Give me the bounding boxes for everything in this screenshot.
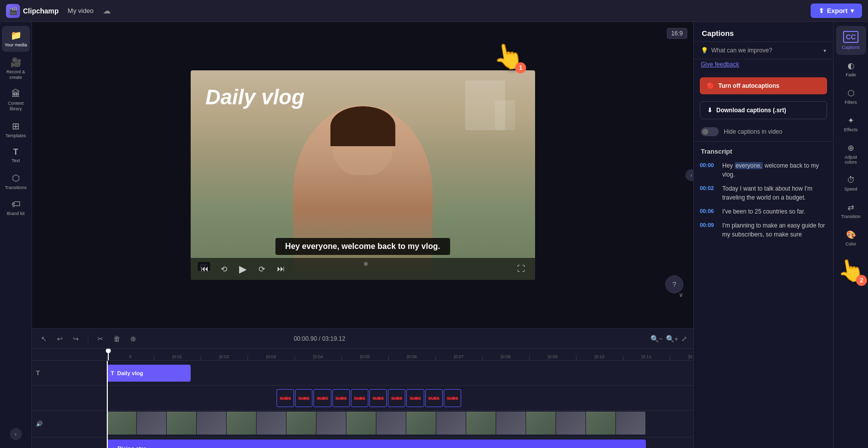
transition-tool-icon: ⇄ [848,203,854,212]
video-thumb [556,412,586,435]
tool-label: Effects [844,127,858,132]
ruler-mark: |0:09 [529,354,576,360]
skip-to-end-button[interactable]: ⏭ [275,262,287,275]
video-thumb [107,412,137,435]
duplicate-button[interactable]: ⊕ [127,333,139,345]
text-clip-icon: T [111,370,114,376]
zoom-in-button[interactable]: 🔍+ [666,335,678,343]
subs-clip[interactable]: SUBS [295,389,312,407]
audio-track-content[interactable]: ♪ Rising star [107,438,693,448]
text-track-row: T T Daily vlog [32,361,693,386]
subs-clip[interactable]: SUBS [388,389,405,407]
ruler-mark: 0 [107,354,154,360]
transcript-entry[interactable]: 00:00 Hey everyone, welcome back to my v… [700,161,827,179]
zoom-out-button[interactable]: 🔍− [650,335,663,343]
your-media-icon: 📁 [10,30,21,41]
player-controls: ⏮ ⟲ ▶ ⟳ ⏭ ⛶ [191,258,535,280]
skip-to-start-button[interactable]: ⏮ [199,262,211,275]
sidebar-item-transitions[interactable]: ⬡ Transitions [2,169,30,195]
transcript-entry[interactable]: 00:09 I'm planning to make an easy guide… [700,221,827,239]
help-button[interactable]: ? [665,275,683,293]
tool-color[interactable]: 🎨 Color [836,225,866,251]
video-thumb [496,412,526,435]
captions-tool-icon: CC [843,31,858,43]
subs-clip[interactable]: SUBS [313,389,331,407]
sidebar-item-label: Templates [5,133,26,139]
filters-tool-icon: ⬡ [848,88,855,98]
transcript-time: 00:00 [700,161,717,179]
cloud-icon: ☁ [103,6,111,15]
subs-clip[interactable]: SUBS [406,389,424,407]
tool-filters[interactable]: ⬡ Filters [836,83,866,110]
sidebar-item-brand-kit[interactable]: 🏷 Brand kit [2,195,30,221]
ruler-mark: |0:03 [248,354,294,360]
subs-clip[interactable]: SUBS [369,389,387,407]
delete-button[interactable]: 🗑 [110,333,123,345]
video-title[interactable]: My video [64,5,98,16]
tool-effects[interactable]: ✦ Effects [836,111,866,137]
video-thumb [616,412,646,435]
cursor-hand-2-area: 👆 2 [837,257,865,283]
subs-clip[interactable]: SUBS [444,389,461,407]
tool-adjust-colors[interactable]: ⊕ Adjustcolors [836,138,866,170]
give-feedback-link[interactable]: Give feedback [701,61,739,68]
sidebar-item-record-create[interactable]: 🎥 Record &create [2,53,30,84]
export-label: Export [827,7,848,14]
sidebar-item-content-library[interactable]: 🏛 Contentlibrary [2,85,30,116]
feedback-row: 💡 What can we improve? ▾ [694,42,833,59]
expand-right-arrow[interactable]: › [685,169,693,181]
text-track-content[interactable]: T Daily vlog [107,361,693,385]
undo-button[interactable]: ↩ [54,333,66,345]
subs-track-content[interactable]: SUBS SUBS SUBS SUBS SUBS SUBS SUBS SUBS … [107,386,693,410]
sidebar-item-your-media[interactable]: 📁 Your media [2,26,30,52]
video-track-content[interactable] [107,411,693,437]
center-area: 16:9 Daily vlog Hey everyone, welcome ba… [32,22,693,448]
turn-off-autocaptions-button[interactable]: 🔴 Turn off autocaptions [700,77,827,94]
video-thumb [227,412,257,435]
hide-captions-toggle[interactable] [701,127,719,136]
sidebar-collapse-button[interactable]: ‹ [10,428,22,440]
scroll-indicator[interactable]: ∨ [679,291,683,298]
export-button[interactable]: ⬆ Export ▾ [811,3,862,18]
cut-button[interactable]: ✂ [94,333,106,345]
captions-header: Captions [694,22,833,42]
subs-clip[interactable]: SUBS [351,389,368,407]
tool-speed[interactable]: ⏱ Speed [836,171,866,197]
sidebar-item-templates[interactable]: ⊞ Templates [2,117,30,143]
tool-captions[interactable]: CC Captions [836,26,866,55]
tool-label: Captions [842,45,860,50]
video-track-clip[interactable] [107,412,646,435]
fullscreen-button[interactable]: ⛶ [515,262,527,275]
timeline-expand-button[interactable]: ⤢ [681,335,687,343]
text-clip-label: Daily vlog [117,370,143,376]
subs-clip[interactable]: SUBS [277,389,294,407]
record-create-icon: 🎥 [10,57,21,68]
aspect-ratio-badge[interactable]: 16:9 [667,28,687,39]
redo-button[interactable]: ↪ [70,333,82,345]
play-button[interactable]: ▶ [237,261,249,277]
transcript-entry[interactable]: 00:02 Today I want to talk about how I'm… [700,184,827,202]
audio-track-clip[interactable]: ♪ Rising star [107,440,646,448]
pointer-tool-button[interactable]: ↖ [38,333,50,345]
far-right-tools: CC Captions ◐ Fade ⬡ Filters ✦ Effects ⊕… [833,22,868,448]
subs-clip[interactable]: SUBS [425,389,443,407]
sidebar-item-text[interactable]: T Text [2,144,30,168]
video-thumb [257,412,287,435]
timeline-time: 00:00.90 / 03:19.12 [293,335,345,342]
tool-transition[interactable]: ⇄ Transition [836,198,866,224]
audio-clip-icon: ♪ [112,446,115,448]
cc-off-icon: 🔴 [707,82,714,89]
ruler-marks: 0 |0:01 |0:02 |0:03 |0:04 |0:05 |0:06 |0… [107,349,693,360]
video-thumb [287,412,316,435]
playhead[interactable] [108,349,109,360]
ruler-mark: |0:05 [341,354,388,360]
fast-forward-button[interactable]: ⟳ [257,262,267,276]
subs-clip[interactable]: SUBS [332,389,350,407]
rewind-button[interactable]: ⟲ [219,262,229,276]
text-track-clip[interactable]: T Daily vlog [107,365,191,382]
tool-fade[interactable]: ◐ Fade [836,56,866,82]
download-captions-button[interactable]: ⬇ Download captions (.srt) [700,101,827,119]
video-thumb [436,412,466,435]
caption-bar: Hey everyone, welcome back to my vlog. [275,238,450,255]
transcript-entry[interactable]: 00:06 I've been to 25 countries so far. [700,207,827,216]
